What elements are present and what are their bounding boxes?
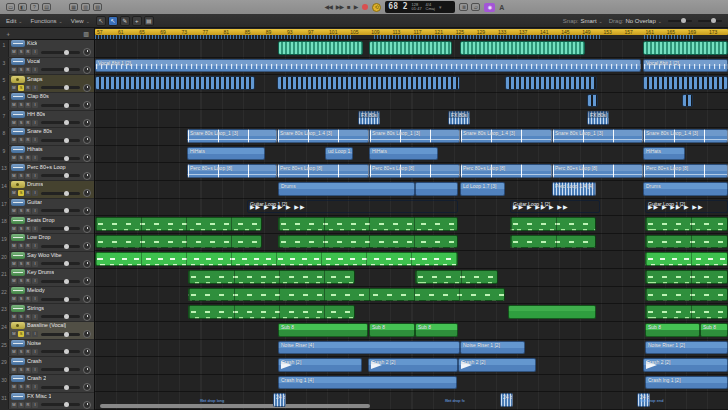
- pan-knob[interactable]: [83, 366, 91, 374]
- volume-slider[interactable]: [41, 68, 80, 71]
- solo-button[interactable]: S: [18, 314, 24, 320]
- input-monitor-button[interactable]: I: [32, 243, 38, 249]
- volume-slider[interactable]: [41, 333, 80, 336]
- region[interactable]: Drums: [643, 182, 728, 196]
- pencil-tool[interactable]: ✎: [120, 16, 130, 26]
- track-header[interactable]: 3VocalMSRI: [0, 58, 94, 76]
- track-header[interactable]: 6Clap 80sMSRI: [0, 93, 94, 111]
- audio-track-icon[interactable]: [11, 181, 25, 188]
- tuner-badge-icon[interactable]: ◉: [484, 3, 495, 12]
- input-monitor-button[interactable]: I: [32, 102, 38, 108]
- region[interactable]: [188, 305, 355, 319]
- input-monitor-button[interactable]: I: [32, 314, 38, 320]
- volume-slider[interactable]: [41, 121, 80, 124]
- stop-icon[interactable]: ■: [346, 3, 351, 11]
- mute-button[interactable]: M: [11, 67, 17, 73]
- record-enable-button[interactable]: R: [25, 85, 31, 91]
- pan-knob[interactable]: [83, 383, 91, 391]
- region[interactable]: Vocal 8bit 1 [2]: [95, 59, 641, 73]
- volume-slider[interactable]: [41, 157, 80, 160]
- volume-slider[interactable]: [41, 174, 80, 177]
- inspector-icon[interactable]: ◧: [18, 3, 27, 11]
- mute-button[interactable]: M: [11, 402, 17, 408]
- input-monitor-button[interactable]: I: [32, 261, 38, 267]
- pan-knob[interactable]: [83, 277, 91, 285]
- region[interactable]: [369, 41, 452, 55]
- region[interactable]: Crash lng 1 [4]: [278, 376, 457, 390]
- volume-slider-handle[interactable]: [64, 138, 69, 143]
- input-monitor-button[interactable]: I: [32, 278, 38, 284]
- vertical-zoom-slider[interactable]: [698, 20, 722, 22]
- audio-track-icon[interactable]: [11, 393, 25, 400]
- volume-slider[interactable]: [41, 403, 80, 406]
- volume-slider-handle[interactable]: [64, 173, 69, 178]
- add-track-icon[interactable]: ＋: [5, 30, 11, 38]
- toolbar-icon[interactable]: ▤: [42, 3, 51, 11]
- pan-knob[interactable]: [83, 136, 91, 144]
- volume-slider-handle[interactable]: [64, 208, 69, 213]
- track-header[interactable]: 31FX Misc 1MSRI: [0, 393, 94, 410]
- menu-view[interactable]: View⌄: [71, 18, 90, 24]
- region[interactable]: [645, 217, 728, 231]
- track-header[interactable]: 1KickMSRI: [0, 40, 94, 58]
- pan-knob[interactable]: [83, 348, 91, 356]
- region[interactable]: [505, 76, 597, 90]
- region[interactable]: Ld Loop 1.7 [3]: [460, 182, 505, 196]
- track-header[interactable]: 9HihatsMSRI: [0, 146, 94, 164]
- track-header[interactable]: 22MelodyMSRI: [0, 287, 94, 305]
- mute-button[interactable]: M: [11, 243, 17, 249]
- input-monitor-button[interactable]: I: [32, 120, 38, 126]
- region[interactable]: [645, 288, 728, 302]
- volume-slider[interactable]: [41, 368, 80, 371]
- audio-track-icon[interactable]: [11, 58, 25, 65]
- region[interactable]: Perc 80+s Loop [8]: [460, 164, 552, 178]
- solo-button[interactable]: S: [18, 120, 24, 126]
- list-editors-icon[interactable]: ≣: [459, 3, 468, 11]
- region[interactable]: [278, 235, 458, 249]
- region[interactable]: [188, 288, 505, 302]
- volume-slider[interactable]: [41, 315, 80, 318]
- solo-button[interactable]: S: [18, 190, 24, 196]
- quick-help-icon[interactable]: ?: [30, 3, 39, 11]
- pan-knob[interactable]: [83, 189, 91, 197]
- volume-slider[interactable]: [41, 262, 80, 265]
- volume-slider[interactable]: [41, 209, 80, 212]
- region[interactable]: [95, 217, 262, 231]
- input-monitor-button[interactable]: I: [32, 296, 38, 302]
- record-enable-button[interactable]: R: [25, 243, 31, 249]
- audio-track-icon[interactable]: [11, 164, 25, 171]
- region[interactable]: Crash lng 1 [2]: [645, 376, 728, 390]
- command-tool[interactable]: ↖: [108, 16, 118, 26]
- region[interactable]: Sub 8: [700, 323, 728, 337]
- record-enable-button[interactable]: R: [25, 208, 31, 214]
- region[interactable]: [508, 305, 596, 319]
- mute-button[interactable]: M: [11, 296, 17, 302]
- mute-button[interactable]: M: [11, 331, 17, 337]
- region[interactable]: [510, 235, 596, 249]
- region[interactable]: [415, 270, 498, 284]
- track-sort-icon[interactable]: ▥: [83, 30, 89, 38]
- region[interactable]: Sub 8: [415, 323, 458, 337]
- volume-slider-handle[interactable]: [64, 103, 69, 108]
- solo-button[interactable]: S: [18, 349, 24, 355]
- rewind-icon[interactable]: ◀◀: [324, 3, 333, 11]
- record-enable-button[interactable]: R: [25, 314, 31, 320]
- region[interactable]: Snare 80s Loop_1.4 [3]: [460, 129, 552, 143]
- volume-slider-handle[interactable]: [64, 349, 69, 354]
- solo-button[interactable]: S: [18, 67, 24, 73]
- region[interactable]: FX 80s [2]: [358, 111, 380, 125]
- midi-track-icon[interactable]: [11, 287, 25, 294]
- solo-button[interactable]: S: [18, 49, 24, 55]
- solo-button[interactable]: S: [18, 331, 24, 337]
- bar-ruler[interactable]: 5761656973778185899397101105109113117121…: [95, 28, 728, 39]
- mute-button[interactable]: M: [11, 173, 17, 179]
- region[interactable]: Perc 80+s Loop [8]: [369, 164, 460, 178]
- region[interactable]: ud Loop 1.7 [3]: [325, 147, 353, 161]
- volume-slider-handle[interactable]: [64, 314, 69, 319]
- mute-button[interactable]: M: [11, 349, 17, 355]
- pan-knob[interactable]: [83, 84, 91, 92]
- catch-tool[interactable]: ▤: [144, 16, 154, 26]
- region[interactable]: Vocal 8bit 1 [2]: [643, 59, 728, 73]
- track-header[interactable]: 19Low DropMSRI: [0, 234, 94, 252]
- region[interactable]: ▶▶ ▶ ▶▶ ▶ ▶▶Guitar Loop 1 [2]: [247, 200, 458, 214]
